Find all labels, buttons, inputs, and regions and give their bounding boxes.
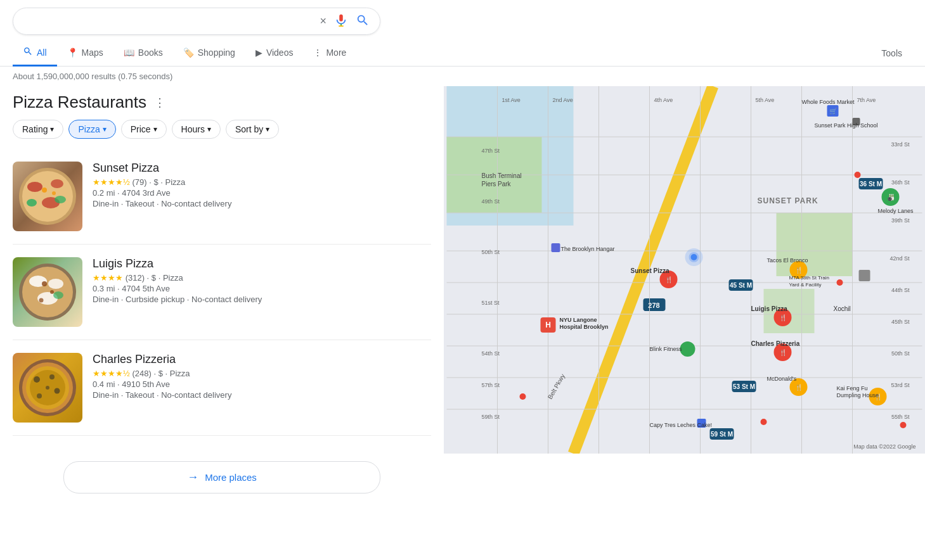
svg-text:🍴: 🍴 [779, 348, 787, 357]
svg-point-129 [855, 172, 861, 178]
chevron-down-icon: ▾ [153, 125, 157, 134]
filter-pizza[interactable]: Pizza ▾ [68, 120, 115, 139]
svg-text:45 St M: 45 St M [730, 282, 752, 289]
clear-icon[interactable]: × [320, 15, 327, 28]
search-bar: pizza near me × [13, 8, 380, 35]
distance: 0.3 mi [93, 284, 115, 293]
svg-point-26 [34, 376, 40, 383]
map-svg: 278 33rd [444, 86, 925, 454]
filter-hours-label: Hours [181, 124, 205, 134]
tab-maps[interactable]: 📍 Maps [57, 41, 113, 66]
svg-text:The Brooklyn Hangar: The Brooklyn Hangar [561, 246, 615, 252]
restaurant-services: Dine-in · Takeout · No-contact delivery [93, 390, 431, 400]
dot-separator2: · [160, 177, 165, 187]
svg-text:Piers Park: Piers Park [482, 181, 512, 188]
nav-tabs: All 📍 Maps 📖 Books 🏷️ Shopping ▶ Videos … [0, 40, 925, 67]
filter-sort[interactable]: Sort by ▾ [226, 120, 279, 139]
svg-rect-0 [339, 15, 343, 22]
books-tab-icon: 📖 [124, 48, 134, 58]
filter-rating-label: Rating [22, 124, 48, 134]
svg-point-11 [52, 191, 56, 195]
restaurant-meta: ★★★★½ (248) · $ · Pizza [93, 369, 431, 378]
svg-text:🍴: 🍴 [779, 314, 787, 322]
svg-point-131 [520, 393, 526, 400]
restaurant-item[interactable]: Luigis Pizza ★★★★ (312) · $ · Pizza 0.3 … [13, 245, 431, 340]
svg-text:4th Ave: 4th Ave [654, 97, 673, 103]
tab-more[interactable]: ⋮ More [303, 41, 356, 66]
svg-point-114 [680, 341, 695, 357]
svg-text:51st St: 51st St [482, 300, 500, 306]
restaurant-item[interactable]: Charles Pizzeria ★★★★½ (248) · $ · Pizza… [13, 340, 431, 436]
svg-point-132 [761, 419, 767, 425]
tab-books-label: Books [138, 48, 163, 58]
tab-all[interactable]: All [13, 40, 57, 67]
search-submit-icon[interactable] [356, 13, 370, 29]
restaurant-address: 0.3 mi · 4704 5th Ave [93, 284, 431, 293]
all-tab-icon [23, 46, 33, 58]
more-places-label: More places [205, 472, 257, 483]
filter-price[interactable]: Price ▾ [121, 120, 167, 139]
more-places-button[interactable]: → More places [63, 461, 380, 493]
star-rating: ★★★★½ [93, 177, 130, 187]
restaurant-item[interactable]: Sunset Pizza ★★★★½ (79) · $ · Pizza 0.2 … [13, 149, 431, 245]
svg-text:44th St: 44th St [891, 287, 910, 293]
svg-point-21 [39, 298, 44, 303]
review-count: (312) [126, 273, 145, 283]
chevron-down-icon: ▾ [103, 125, 107, 134]
shopping-tab-icon: 🏷️ [183, 48, 194, 58]
filter-pizza-label: Pizza [78, 124, 100, 134]
restaurant-thumbnail [13, 162, 82, 231]
restaurant-info: Charles Pizzeria ★★★★½ (248) · $ · Pizza… [93, 353, 431, 400]
svg-text:Blink Fitness: Blink Fitness [650, 346, 683, 352]
svg-text:Whole Foods Market: Whole Foods Market [802, 99, 855, 105]
svg-point-20 [50, 290, 54, 294]
restaurant-info: Sunset Pizza ★★★★½ (79) · $ · Pizza 0.2 … [93, 162, 431, 208]
videos-tab-icon: ▶ [256, 48, 262, 58]
svg-rect-103 [859, 270, 870, 281]
svg-text:45th St: 45th St [891, 319, 910, 325]
microphone-icon[interactable] [334, 13, 348, 29]
filter-hours[interactable]: Hours ▾ [172, 120, 221, 139]
svg-point-6 [51, 179, 63, 188]
svg-text:NYU Langone: NYU Langone [560, 317, 597, 323]
tab-shopping[interactable]: 🏷️ Shopping [173, 41, 245, 66]
category: Pizza [165, 177, 186, 187]
tools-tab[interactable]: Tools [871, 42, 912, 65]
svg-text:🛒: 🛒 [829, 107, 838, 115]
more-options-icon[interactable]: ⋮ [154, 96, 165, 110]
svg-point-18 [53, 291, 63, 299]
section-header: Pizza Restaurants ⋮ Rating ▾ Pizza ▾ Pri… [13, 92, 431, 139]
svg-text:Sunset Pizza: Sunset Pizza [631, 267, 670, 274]
svg-text:McDonald's: McDonald's [767, 376, 797, 382]
svg-point-133 [900, 422, 907, 428]
svg-text:50th St: 50th St [891, 350, 910, 357]
svg-text:39th St: 39th St [891, 217, 910, 224]
map-container[interactable]: 278 33rd [444, 86, 925, 454]
svg-text:Dumpling House: Dumpling House [837, 392, 879, 398]
left-panel: Pizza Restaurants ⋮ Rating ▾ Pizza ▾ Pri… [0, 86, 444, 512]
map-panel[interactable]: 278 33rd [444, 86, 925, 512]
search-input[interactable]: pizza near me [23, 16, 320, 27]
category: Pizza [163, 273, 183, 283]
filter-rating[interactable]: Rating ▾ [13, 120, 63, 139]
svg-text:5th Ave: 5th Ave [756, 97, 775, 103]
svg-text:2nd Ave: 2nd Ave [553, 97, 573, 103]
svg-text:59 St M: 59 St M [711, 431, 733, 438]
svg-text:H: H [545, 321, 551, 329]
chevron-down-icon: ▾ [266, 125, 269, 134]
search-bar-area: pizza near me × [0, 0, 925, 40]
svg-point-92 [691, 254, 697, 260]
results-count: About 1,590,000,000 results (0.75 second… [0, 67, 925, 86]
tab-videos[interactable]: ▶ Videos [245, 41, 304, 66]
section-title: Pizza Restaurants [13, 92, 146, 112]
tab-books[interactable]: 📖 Books [113, 41, 173, 66]
svg-text:Xochil: Xochil [834, 305, 851, 312]
svg-text:47th St: 47th St [482, 148, 500, 154]
svg-text:59th St: 59th St [482, 414, 500, 420]
star-rating: ★★★★½ [93, 369, 130, 378]
svg-text:Luigis Pizza: Luigis Pizza [751, 305, 788, 312]
svg-text:49th St: 49th St [482, 198, 500, 205]
svg-point-27 [49, 374, 55, 379]
svg-text:Capy Tres Leches Cake!: Capy Tres Leches Cake! [650, 422, 713, 428]
restaurant-services: Dine-in · Takeout · No-contact delivery [93, 199, 431, 208]
